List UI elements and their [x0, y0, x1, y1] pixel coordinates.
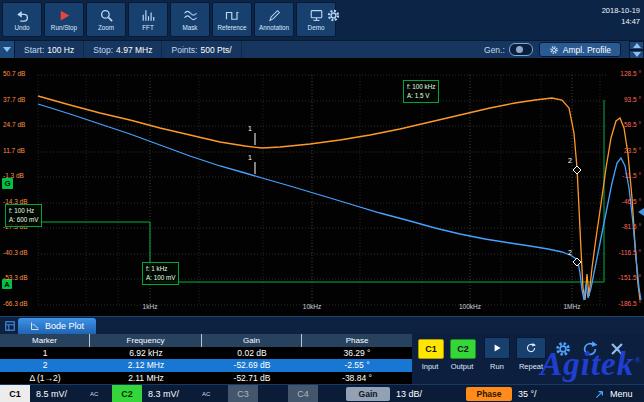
annotation-icon: [267, 8, 282, 23]
marker-table-row[interactable]: Δ (1→2)2.11 MHz-52.71 dB-38.84 °: [0, 372, 412, 384]
table-header-frequency: Frequency: [90, 334, 202, 347]
repeat-button[interactable]: [516, 337, 546, 359]
gen-toggle[interactable]: [509, 43, 533, 56]
marker-table-row[interactable]: 16.92 kHz0.02 dB36.29 °: [0, 347, 412, 359]
toolbar-button-label: Run/Stop: [51, 24, 77, 31]
toolbar-button-zoom[interactable]: Zoom: [86, 2, 126, 37]
chevron-up-icon: [633, 43, 641, 48]
toolbar-button-fft[interactable]: FFT: [128, 2, 168, 37]
left-axis-label: 50.7 dB: [3, 71, 25, 78]
table-cell: 2: [0, 360, 90, 370]
table-cell: Δ (1→2): [0, 373, 90, 383]
undo-icon: [15, 8, 30, 23]
toolbar-button-label: FFT: [142, 24, 154, 31]
measurement-settings-bar: Start: 100 Hz Stop: 4.97 MHz Points: 500…: [0, 40, 644, 58]
menu-button[interactable]: Menu: [610, 385, 633, 402]
datetime-display: 2018-10-19 14:47: [602, 5, 640, 28]
close-icon[interactable]: [608, 340, 626, 358]
toolbar-button-undo[interactable]: Undo: [2, 2, 42, 37]
toolbar-button-annotation[interactable]: Annotation: [254, 2, 294, 37]
phase-scale-pill[interactable]: Phase: [466, 387, 512, 401]
bode-chart-icon: [30, 321, 40, 331]
bode-plot-area[interactable]: 1122 G A 50.7 dB37.7 dB24.7 dB11.7 dB-1.…: [0, 58, 644, 316]
marker-table-row[interactable]: 22.12 MHz-52.69 dB-2.55 °: [0, 359, 412, 371]
profile-point-annotation: f: 1 kHzA: 100 mV: [142, 262, 179, 285]
amplitude-profile-curve: [38, 100, 604, 282]
right-axis-label: -151.5 °: [618, 275, 641, 282]
toolbar-button-label: Demo: [308, 24, 325, 31]
left-axis-label: -1.3 dB: [3, 173, 24, 180]
left-axis-label: -40.3 dB: [3, 250, 28, 257]
ampl-profile-label: Ampl. Profile: [563, 45, 611, 55]
toolbar-buttons: UndoRun/StopZoomFFTMaskReferenceAnnotati…: [0, 0, 644, 37]
toolbar-button-run-stop[interactable]: Run/Stop: [44, 2, 84, 37]
table-cell: 0.02 dB: [202, 348, 302, 358]
c1-coupling-badge: AC: [90, 385, 98, 402]
points-field[interactable]: Points: 500 Pts/: [162, 41, 241, 58]
right-axis-label: -81.5 °: [622, 224, 641, 231]
refresh-icon[interactable]: [581, 340, 599, 358]
toolbar-button-reference[interactable]: Reference: [212, 2, 252, 37]
table-cell: -38.84 °: [302, 373, 412, 383]
diagram-tab-strip: Bode Plot: [0, 316, 644, 334]
marker-table-header: MarkerFrequencyGainPhase: [0, 334, 412, 347]
gain-axis-badge[interactable]: G: [2, 178, 13, 189]
right-axis-label: -11.5 °: [622, 173, 641, 180]
left-axis-label: 24.7 dB: [3, 122, 25, 129]
tab-bode-plot[interactable]: Bode Plot: [18, 318, 96, 334]
reference-icon: [225, 8, 240, 23]
c2-coupling-badge: AC: [202, 385, 210, 402]
scroll-up-button[interactable]: [629, 41, 644, 50]
toolbar-button-mask[interactable]: Mask: [170, 2, 210, 37]
chevron-down-icon: [633, 52, 641, 57]
right-axis-label: -116.5 °: [619, 250, 641, 257]
c1-scale-value[interactable]: 8.5 mV/: [36, 385, 67, 402]
x-tick-label: 1MHz: [564, 303, 581, 310]
chevron-down-icon: [3, 47, 11, 52]
ampl-profile-button[interactable]: Ampl. Profile: [539, 42, 621, 57]
right-edge-marker[interactable]: [638, 208, 644, 216]
channel-tab-c1[interactable]: C1: [0, 385, 30, 402]
right-axis-label: 58.5 °: [624, 122, 641, 129]
phase-scale-value[interactable]: 35 °/: [518, 385, 537, 402]
input-channel-button[interactable]: C1: [418, 339, 444, 359]
stop-value: 4.97 MHz: [116, 45, 152, 55]
repeat-icon: [525, 342, 537, 354]
gear-icon[interactable]: [326, 8, 341, 23]
marker-2-diamond[interactable]: [573, 258, 581, 266]
output-caption: Output: [444, 362, 480, 371]
stop-frequency-field[interactable]: Stop: 4.97 MHz: [84, 41, 162, 58]
mask-icon: [183, 8, 198, 23]
window-icon[interactable]: [4, 320, 16, 332]
play-icon: [491, 342, 503, 354]
x-tick-label: 1kHz: [143, 303, 158, 310]
settings-gear-icon[interactable]: [554, 340, 572, 358]
toggle-knob: [516, 46, 523, 53]
toolbar-button-label: Reference: [217, 24, 246, 31]
profile-point-annotation: f: 100 kHzA: 1.5 V: [403, 80, 439, 103]
c2-scale-value[interactable]: 8.3 mV/: [148, 385, 179, 402]
table-cell: -52.71 dB: [202, 373, 302, 383]
channel-tab-c4[interactable]: C4: [288, 385, 318, 402]
table-header-marker: Marker: [0, 334, 90, 347]
left-axis-label: -53.3 dB: [3, 275, 28, 282]
output-channel-button[interactable]: C2: [450, 339, 476, 359]
channel-tab-c3[interactable]: C3: [228, 385, 258, 402]
gain-scale-pill[interactable]: Gain: [346, 387, 390, 401]
fft-icon: [141, 8, 156, 23]
marker-2-diamond[interactable]: [573, 166, 581, 174]
channel-tab-c2[interactable]: C2: [112, 385, 142, 402]
scroll-spinner: [629, 41, 644, 59]
start-frequency-field[interactable]: Start: 100 Hz: [15, 41, 84, 58]
toolbar-button-label: Undo: [14, 24, 29, 31]
right-axis-label: -46.5 °: [622, 199, 641, 206]
collapse-button[interactable]: [0, 41, 15, 58]
run-stop-icon: [57, 8, 72, 23]
tab-label: Bode Plot: [45, 321, 84, 331]
gain-scale-value[interactable]: 13 dB/: [396, 385, 422, 402]
date-label: 2018-10-19: [602, 5, 640, 16]
toolbar-button-label: Mask: [182, 24, 197, 31]
top-toolbar: UndoRun/StopZoomFFTMaskReferenceAnnotati…: [0, 0, 644, 40]
run-button[interactable]: [484, 337, 510, 359]
start-label: Start:: [24, 45, 44, 55]
